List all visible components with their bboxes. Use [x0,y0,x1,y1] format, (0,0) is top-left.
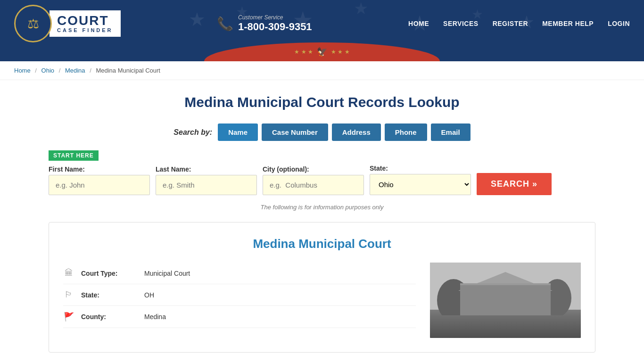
state-label-row: State: [81,291,138,299]
svg-rect-20 [461,328,550,330]
svg-rect-13 [472,291,477,329]
last-name-input[interactable] [156,175,257,195]
state-group: State: Ohio [370,165,471,195]
tab-phone[interactable]: Phone [385,123,427,141]
nav-register[interactable]: REGISTER [493,20,528,27]
svg-rect-22 [456,333,555,338]
logo-tagline: CASE FINDER [57,27,113,33]
state-icon: 🏳 [63,290,74,300]
last-name-group: Last Name: [156,165,257,195]
svg-rect-21 [458,330,553,333]
county-label: County: [81,313,138,321]
tab-name[interactable]: Name [218,123,258,141]
court-card-title: Medina Municipal Court [63,237,581,251]
main-content: Medina Municipal Court Records Lookup Se… [39,80,605,362]
page-title: Medina Municipal Court Records Lookup [49,94,595,110]
logo-emblem: ⚖ [14,5,52,42]
breadcrumb-ohio[interactable]: Ohio [41,67,54,74]
svg-rect-18 [531,291,536,329]
phone-number: 1-800-309-9351 [238,21,312,33]
state-row: 🏳 State: OH [63,284,416,306]
court-type-label: Court Type: [81,270,138,277]
start-here-badge: START HERE [49,150,99,161]
court-type-value: Municipal Court [144,270,190,277]
breadcrumb-home[interactable]: Home [14,67,31,74]
first-name-group: First Name: [49,165,150,195]
city-label: City (optional): [263,165,364,173]
logo-court-text: COURT [57,14,113,27]
svg-text:★: ★ [189,9,206,30]
site-logo[interactable]: ⚖ COURT CASE FINDER [14,5,121,42]
city-group: City (optional): [263,165,364,195]
logo-text: COURT CASE FINDER [50,10,121,37]
ribbon-stars-right: ★ ★ ★ [331,49,350,55]
svg-rect-11 [463,291,548,329]
last-name-label: Last Name: [156,165,257,173]
breadcrumb: Home / Ohio / Medina / Medina Municipal … [0,61,644,80]
state-label: State: [370,165,471,172]
form-row: First Name: Last Name: City (optional): … [49,165,595,195]
site-header: ★ ★ ★ ★ ★ ★ ★ ⚖ COURT CASE FINDER 📞 Cust… [0,0,644,47]
nav-member-help[interactable]: MEMBER HELP [542,20,594,27]
svg-rect-14 [484,291,489,329]
county-icon: 🚩 [63,312,74,322]
svg-text:★: ★ [354,0,368,17]
search-form-section: START HERE First Name: Last Name: City (… [49,150,595,195]
tab-case-number[interactable]: Case Number [262,123,328,141]
nav-login[interactable]: LOGIN [608,20,630,27]
svg-point-8 [437,279,470,321]
svg-rect-17 [520,291,524,329]
court-type-icon: 🏛 [63,268,74,278]
svg-point-10 [496,279,515,307]
tab-address[interactable]: Address [332,123,381,141]
svg-rect-19 [496,310,515,329]
svg-point-9 [543,279,571,317]
svg-rect-15 [496,291,501,329]
search-by-label: Search by: [173,128,212,137]
breadcrumb-medina[interactable]: Medina [65,67,85,74]
court-info-card: Medina Municipal Court 🏛 Court Type: Mun… [49,222,595,353]
svg-rect-23 [430,333,581,338]
first-name-label: First Name: [49,165,150,173]
ribbon-stars-left: ★ ★ ★ [294,49,313,55]
eagle-icon: 🦅 [317,47,327,57]
state-value: OH [144,291,154,299]
county-row: 🚩 County: Medina [63,306,416,328]
ribbon-container: ★ ★ ★ 🦅 ★ ★ ★ [0,47,644,61]
phone-icon: 📞 [217,16,233,32]
svg-rect-16 [508,291,512,329]
search-by-row: Search by: Name Case Number Address Phon… [49,123,595,141]
court-type-row: 🏛 Court Type: Municipal Court [63,263,416,284]
nav-services[interactable]: SERVICES [443,20,479,27]
tab-email[interactable]: Email [431,123,471,141]
court-info-table: 🏛 Court Type: Municipal Court 🏳 State: O… [63,263,416,338]
city-input[interactable] [263,175,364,195]
main-nav: HOME SERVICES REGISTER MEMBER HELP LOGIN [408,20,630,27]
first-name-input[interactable] [49,175,150,195]
state-select[interactable]: Ohio [370,174,471,195]
breadcrumb-current: Medina Municipal Court [96,67,160,74]
customer-service-area: 📞 Customer Service 1-800-309-9351 [217,14,312,33]
county-value: Medina [144,313,166,321]
court-card-body: 🏛 Court Type: Municipal Court 🏳 State: O… [63,263,581,338]
customer-service-label: Customer Service [238,14,312,21]
nav-home[interactable]: HOME [408,20,429,27]
search-button[interactable]: SEARCH » [477,173,552,195]
court-building-image [430,263,581,338]
info-notice: The following is for information purpose… [49,204,595,211]
